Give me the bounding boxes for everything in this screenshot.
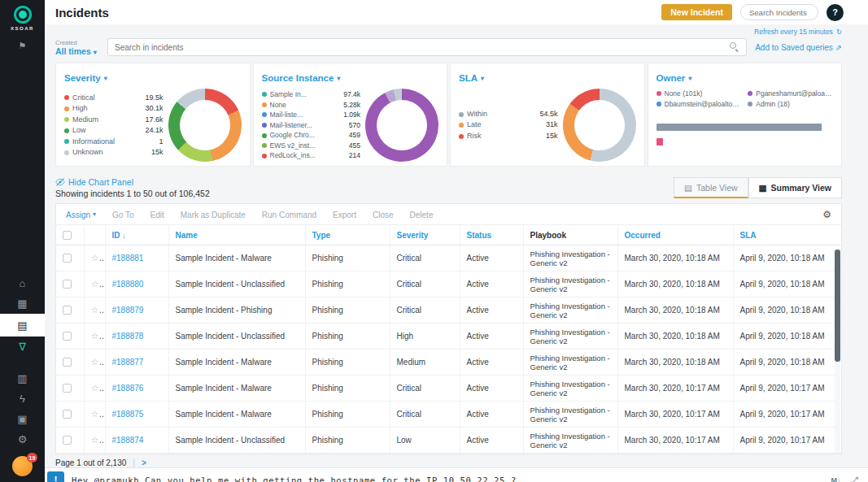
star-icon[interactable]: ☆	[91, 331, 106, 341]
legend-item[interactable]: Pganeshamurt@paloaltonetworks.c... (3.73…	[748, 89, 833, 99]
row-checkbox[interactable]	[63, 358, 72, 367]
legend-item[interactable]: Mail-liste...1.09k	[262, 110, 361, 120]
table-settings-gear-icon[interactable]: ⚙	[822, 209, 831, 220]
star-icon[interactable]: ☆	[91, 253, 106, 263]
reports-icon[interactable]: ▥	[0, 368, 45, 389]
source-instance-donut-chart[interactable]	[365, 89, 438, 162]
star-icon[interactable]: ☆	[91, 409, 106, 419]
action-run-command[interactable]: Run Command	[262, 211, 316, 219]
legend-item[interactable]: Mail-listener...570	[262, 120, 361, 131]
row-checkbox[interactable]	[63, 332, 72, 341]
legend-item[interactable]: Google Chro...459	[262, 130, 361, 141]
incident-id-link[interactable]: #188881	[112, 254, 144, 263]
owner-chart-title[interactable]: Owner▾	[656, 73, 692, 83]
action-assign[interactable]: Assign▾	[66, 211, 96, 219]
severity-chart-title[interactable]: Severity▾	[64, 73, 107, 83]
column-header-name[interactable]: Name	[168, 225, 305, 245]
global-search-input[interactable]	[740, 4, 818, 20]
automation-icon[interactable]: ϟ	[0, 389, 45, 409]
row-checkbox[interactable]	[63, 436, 72, 445]
action-go-to[interactable]: Go To	[112, 211, 134, 219]
dashboard-icon[interactable]: ▦	[0, 293, 45, 314]
table-row[interactable]: ☆ #188879 Sample Incident - Phishing Phi…	[56, 297, 841, 324]
markdown-icon[interactable]: M↓	[831, 476, 840, 482]
summary-view-button[interactable]: ▦Summary View	[748, 177, 842, 198]
jobs-icon[interactable]: ▣	[0, 409, 45, 429]
settings-gear-icon[interactable]: ⚙	[0, 429, 45, 449]
expand-icon[interactable]: ⤢	[850, 475, 858, 482]
legend-item[interactable]: Informational1	[64, 137, 164, 148]
incident-search-input[interactable]	[115, 43, 730, 52]
table-row[interactable]: ☆ #188881 Sample Incident - Malware Phis…	[56, 245, 841, 271]
legend-item[interactable]: Dbaumstein@paloaltonetworks.c... (1.26k)	[656, 99, 742, 110]
action-mark-as-duplicate[interactable]: Mark as Duplicate	[181, 211, 246, 219]
column-header-severity[interactable]: Severity	[390, 225, 460, 245]
help-button[interactable]: ?	[827, 4, 844, 21]
hide-chart-panel-link[interactable]: Hide Chart Panel	[55, 177, 210, 187]
star-icon[interactable]: ☆	[91, 279, 106, 289]
table-row[interactable]: ☆ #188880 Sample Incident - Unclassified…	[56, 271, 841, 297]
legend-item[interactable]: Sample In...97.4k	[262, 89, 361, 100]
incident-id-link[interactable]: #188877	[112, 358, 144, 367]
row-checkbox[interactable]	[63, 254, 72, 263]
select-all-checkbox[interactable]	[63, 231, 72, 240]
table-row[interactable]: ☆ #188874 Sample Incident - Unclassified…	[56, 428, 841, 454]
incident-id-link[interactable]: #188875	[112, 410, 144, 419]
legend-item[interactable]: Medium17.6k	[64, 115, 164, 126]
column-header-type[interactable]: Type	[305, 225, 390, 245]
source-instance-chart-title[interactable]: Source Instance▾	[262, 73, 341, 83]
legend-item[interactable]: High30.1k	[64, 103, 164, 115]
column-header-sla[interactable]: SLA	[733, 225, 841, 245]
home-icon[interactable]: ⌂	[0, 273, 45, 293]
row-checkbox[interactable]	[63, 306, 72, 315]
table-row[interactable]: ☆ #188875 Sample Incident - Malware Phis…	[56, 402, 841, 428]
sla-donut-chart[interactable]	[563, 89, 636, 162]
scrollbar-thumb[interactable]	[835, 250, 840, 362]
incident-id-link[interactable]: #188880	[112, 280, 144, 289]
table-row[interactable]: ☆ #188877 Sample Incident - Malware Phis…	[56, 350, 841, 376]
action-edit[interactable]: Edit	[150, 211, 164, 219]
star-icon[interactable]: ☆	[91, 357, 106, 367]
legend-item[interactable]: Unknown15k	[64, 147, 164, 158]
incident-id-link[interactable]: #188874	[112, 436, 144, 445]
sla-chart-title[interactable]: SLA▾	[459, 73, 484, 83]
legend-item[interactable]: Risk15k	[459, 131, 558, 142]
legend-item[interactable]: Within54.5k	[459, 109, 558, 120]
column-header-status[interactable]: Status	[460, 225, 523, 245]
incident-id-link[interactable]: #188876	[112, 384, 144, 393]
add-saved-queries-link[interactable]: Add to Saved queries ⇗	[755, 43, 842, 52]
search-icon[interactable]	[730, 42, 739, 52]
legend-item[interactable]: EWS v2_inst...455	[262, 141, 361, 151]
chat-trigger-button[interactable]: !	[47, 471, 64, 482]
severity-donut-chart[interactable]	[168, 89, 242, 162]
star-icon[interactable]: ☆	[91, 305, 106, 315]
legend-item[interactable]: RedLock_ins...214	[262, 150, 361, 161]
table-row[interactable]: ☆ #188876 Sample Incident - Malware Phis…	[56, 376, 841, 402]
legend-item[interactable]: Late31k	[459, 119, 558, 131]
legend-item[interactable]: None (101k)	[656, 89, 742, 99]
legend-item[interactable]: Critical19.5k	[64, 93, 164, 104]
column-header-id[interactable]: ID ↓	[105, 225, 168, 245]
threat-intel-icon[interactable]: ∇	[0, 337, 45, 357]
star-icon[interactable]: ☆	[91, 435, 106, 445]
star-icon[interactable]: ☆	[91, 383, 106, 393]
refresh-control[interactable]: Refresh every 15 minutes ↻	[55, 27, 842, 37]
row-checkbox[interactable]	[63, 280, 72, 289]
incident-id-link[interactable]: #188879	[112, 306, 144, 315]
action-close[interactable]: Close	[373, 211, 394, 219]
row-checkbox[interactable]	[63, 410, 72, 419]
incidents-icon[interactable]: ▤	[0, 314, 45, 337]
table-scrollbar[interactable]	[835, 250, 840, 453]
legend-item[interactable]: Admin (18)	[748, 99, 833, 110]
column-header-occurred[interactable]: Occurred	[617, 225, 733, 245]
column-header-playbook[interactable]: Playbook	[523, 225, 617, 245]
legend-item[interactable]: None5.28k	[262, 100, 361, 111]
new-incident-button[interactable]: New Incident	[661, 4, 732, 20]
action-export[interactable]: Export	[333, 211, 356, 219]
table-view-button[interactable]: ▤Table View	[674, 177, 748, 198]
next-page-button[interactable]: >	[142, 458, 146, 467]
row-checkbox[interactable]	[63, 384, 72, 393]
incident-id-link[interactable]: #188878	[112, 332, 144, 341]
owner-bar[interactable]	[656, 124, 822, 131]
created-filter-dropdown[interactable]: Created All times ▾	[55, 39, 99, 56]
